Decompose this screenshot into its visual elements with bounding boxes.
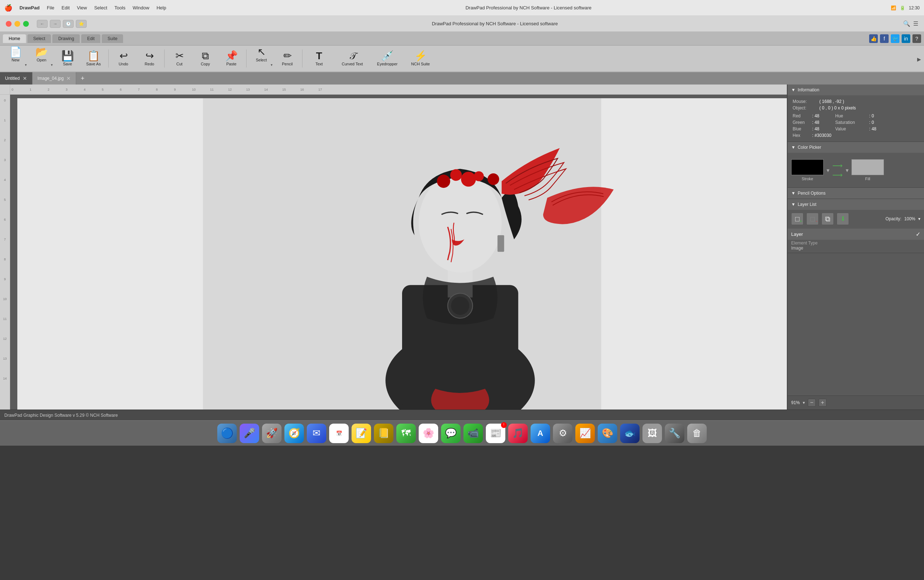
pencil-button[interactable]: Pencil bbox=[275, 46, 300, 71]
zoom-dropdown-icon[interactable]: ▾ bbox=[803, 400, 805, 405]
red-value: : 48 bbox=[812, 114, 834, 119]
dock-sysprefs[interactable]: ⚙ bbox=[553, 423, 572, 443]
apple-menu[interactable]: 🍎 bbox=[4, 4, 12, 12]
menu-file[interactable]: File bbox=[47, 5, 54, 10]
close-untitled-tab[interactable]: ✕ bbox=[23, 76, 27, 81]
canvas-container: 0 1 2 3 4 5 6 7 8 9 10 11 12 13 bbox=[0, 84, 787, 410]
forward-button[interactable]: → bbox=[50, 20, 61, 28]
dock-trash[interactable]: 🗑 bbox=[687, 423, 707, 443]
stroke-color-swatch[interactable] bbox=[791, 159, 824, 175]
dock-music[interactable]: 🎵 bbox=[508, 423, 528, 443]
dock-toolbox[interactable]: 🔧 bbox=[665, 423, 684, 443]
color-picker-header[interactable]: ▼ Color Picker bbox=[788, 142, 924, 153]
ruler-mark: 0 bbox=[12, 88, 30, 91]
color-picker-dropdown2[interactable]: ▾ bbox=[846, 167, 848, 174]
open-arrow[interactable]: ▾ bbox=[51, 63, 53, 67]
copy-button[interactable]: Copy bbox=[193, 46, 218, 71]
swap-colors-button[interactable]: ⟶ ⟶ bbox=[832, 161, 843, 179]
information-header[interactable]: ▼ Information bbox=[788, 84, 924, 96]
nch-suite-button[interactable]: NCH Suite bbox=[404, 46, 437, 71]
eyedropper-button[interactable]: Eyedropper bbox=[371, 46, 403, 71]
menu-tools[interactable]: Tools bbox=[114, 5, 125, 10]
add-tab-button[interactable]: + bbox=[76, 72, 89, 84]
pencil-options-header[interactable]: ▼ Pencil Options bbox=[788, 188, 924, 199]
toolbar-more-arrow[interactable]: ▶ bbox=[917, 56, 921, 62]
add-layer-button[interactable]: □ + bbox=[791, 213, 804, 225]
zoom-out-button[interactable]: − bbox=[808, 399, 816, 407]
open-label: Open bbox=[37, 58, 46, 62]
close-image04-tab[interactable]: ✕ bbox=[66, 76, 71, 81]
dock-finder[interactable]: 🔵 bbox=[217, 423, 237, 443]
back-button[interactable]: ← bbox=[37, 20, 48, 28]
menu-help[interactable]: Help bbox=[157, 5, 166, 10]
canvas-surface[interactable] bbox=[17, 98, 787, 410]
dock-messages[interactable]: 💬 bbox=[441, 423, 460, 443]
dock-siri[interactable]: 🎤 bbox=[240, 423, 259, 443]
doc-tab-image04[interactable]: Image_04.jpg ✕ bbox=[33, 72, 77, 84]
app-name[interactable]: DrawPad bbox=[20, 5, 40, 10]
tab-edit[interactable]: Edit bbox=[81, 34, 100, 43]
layer-list-header[interactable]: ▼ Layer List bbox=[788, 199, 924, 210]
separator-3 bbox=[246, 49, 247, 68]
select-arrow[interactable]: ▾ bbox=[271, 63, 273, 67]
menu-select[interactable]: Select bbox=[94, 5, 107, 10]
doc-tab-untitled[interactable]: Untitled ✕ bbox=[0, 72, 33, 84]
dock-fish[interactable]: 🐟 bbox=[620, 423, 640, 443]
layer-visible-check[interactable]: ✓ bbox=[916, 231, 921, 237]
remove-layer-button[interactable]: □ - bbox=[806, 213, 819, 225]
dock-mail[interactable]: ✉ bbox=[307, 423, 326, 443]
tab-drawing[interactable]: Drawing bbox=[53, 34, 80, 43]
facebook2-icon[interactable]: f bbox=[880, 34, 889, 43]
dock-photos2[interactable]: 🖼 bbox=[643, 423, 662, 443]
dock-drawpad[interactable]: 🎨 bbox=[598, 423, 617, 443]
paste-button[interactable]: Paste bbox=[219, 46, 244, 71]
layer-element-type-area: Element Type Image bbox=[788, 241, 924, 253]
dock-mango[interactable]: 📈 bbox=[575, 423, 595, 443]
tab-select[interactable]: Select bbox=[28, 34, 51, 43]
dock-appstore[interactable]: A bbox=[531, 423, 550, 443]
dock-facetime[interactable]: 📹 bbox=[464, 423, 483, 443]
text-button[interactable]: Text bbox=[305, 46, 334, 71]
canvas[interactable] bbox=[10, 95, 787, 410]
twitter-icon[interactable]: 🐦 bbox=[891, 34, 899, 43]
bookmarks-button[interactable]: ⭐ bbox=[76, 20, 87, 28]
dock-news[interactable]: 📰 ! bbox=[486, 423, 505, 443]
close-button[interactable] bbox=[6, 21, 12, 27]
layer-item[interactable]: Layer ✓ bbox=[788, 229, 924, 240]
new-button[interactable]: New ▾ bbox=[3, 46, 28, 71]
duplicate-layer-button[interactable]: ⧉ bbox=[822, 213, 834, 225]
undo-button[interactable]: ↩ Undo bbox=[111, 46, 136, 71]
history-button[interactable]: 🕐 bbox=[63, 20, 74, 28]
panel-zoom-bar: 91% ▾ − + bbox=[788, 395, 924, 410]
zoom-button[interactable] bbox=[23, 21, 29, 27]
curved-text-button[interactable]: Curved Text bbox=[334, 46, 370, 71]
dock-launchpad[interactable]: 🚀 bbox=[262, 423, 281, 443]
select-button[interactable]: ↖ Select ▾ bbox=[249, 46, 274, 71]
color-picker-dropdown1[interactable]: ▾ bbox=[827, 167, 829, 174]
dock-stickies[interactable]: 📒 bbox=[374, 423, 393, 443]
fill-color-swatch[interactable] bbox=[852, 159, 884, 175]
menu-edit[interactable]: Edit bbox=[62, 5, 70, 10]
merge-layer-button[interactable]: ⬇ bbox=[837, 213, 849, 225]
saveas-button[interactable]: Save As bbox=[81, 46, 106, 71]
tab-suite[interactable]: Suite bbox=[102, 34, 123, 43]
minimize-button[interactable] bbox=[15, 21, 20, 27]
linkedin-icon[interactable]: in bbox=[902, 34, 910, 43]
menu-window[interactable]: Window bbox=[132, 5, 149, 10]
menu-view[interactable]: View bbox=[77, 5, 87, 10]
tab-home[interactable]: Home bbox=[3, 34, 26, 43]
dock-calendar[interactable]: 📅 bbox=[329, 423, 349, 443]
redo-button[interactable]: ↪ Redo bbox=[137, 46, 162, 71]
facebook-icon[interactable]: 👍 bbox=[869, 34, 878, 43]
help-circle-icon[interactable]: ? bbox=[912, 34, 921, 43]
opacity-dropdown[interactable]: ▾ bbox=[918, 216, 921, 221]
cut-button[interactable]: Cut bbox=[167, 46, 192, 71]
save-button[interactable]: Save bbox=[55, 46, 80, 71]
dock-maps[interactable]: 🗺 bbox=[396, 423, 416, 443]
open-button[interactable]: Open ▾ bbox=[29, 46, 54, 71]
new-arrow[interactable]: ▾ bbox=[25, 63, 27, 67]
zoom-in-button[interactable]: + bbox=[819, 399, 827, 407]
dock-safari[interactable]: 🧭 bbox=[284, 423, 304, 443]
dock-notes[interactable]: 📝 bbox=[352, 423, 371, 443]
dock-photos[interactable]: 🌸 bbox=[419, 423, 438, 443]
